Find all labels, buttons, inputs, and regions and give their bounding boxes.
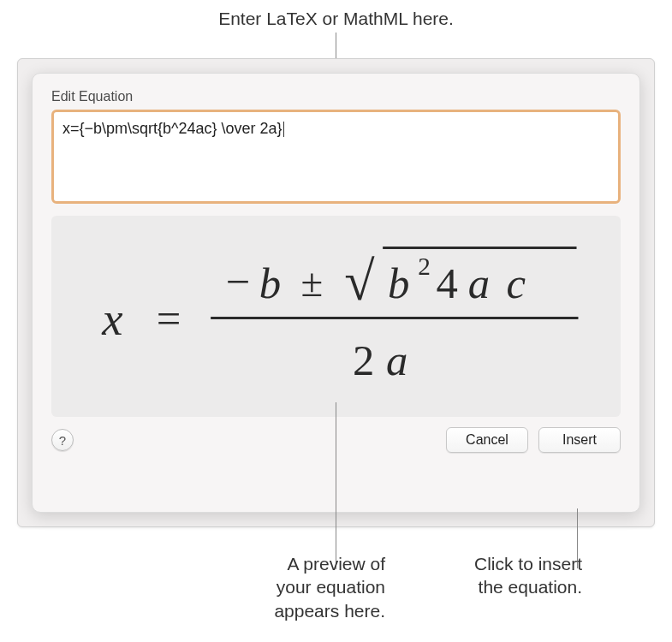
insert-button[interactable]: Insert [538, 427, 621, 453]
svg-text:a: a [468, 259, 490, 307]
svg-text:c: c [507, 259, 526, 307]
svg-text:2: 2 [418, 253, 431, 280]
svg-text:x: x [101, 293, 122, 345]
svg-text:4: 4 [437, 259, 458, 307]
svg-text:√: √ [344, 251, 375, 312]
callout-preview-label: A preview ofyour equationappears here. [197, 552, 385, 622]
leader-line-preview [336, 402, 336, 569]
dialog-title: Edit Equation [51, 89, 621, 104]
callout-insert-label: Click to insertthe equation. [402, 552, 582, 599]
help-icon: ? [59, 433, 66, 448]
svg-text:a: a [386, 336, 407, 384]
equation-input[interactable]: x={−b\pm\sqrt{b^24ac} \over 2a} [51, 110, 621, 204]
svg-text:±: ± [301, 260, 324, 305]
callout-input-label: Enter LaTeX or MathML here. [218, 9, 454, 29]
svg-text:b: b [388, 259, 409, 307]
equation-preview: x = − b ± √ b 2 4 a c 2 [51, 216, 621, 417]
equation-input-wrapper[interactable]: x={−b\pm\sqrt{b^24ac} \over 2a} [51, 110, 621, 204]
svg-text:2: 2 [353, 336, 374, 384]
button-group: Cancel Insert [446, 427, 621, 453]
help-button[interactable]: ? [51, 429, 74, 451]
svg-text:−: − [226, 258, 251, 306]
equation-preview-svg: x = − b ± √ b 2 4 a c 2 [77, 224, 595, 408]
svg-text:=: = [157, 294, 181, 342]
svg-text:b: b [259, 259, 281, 307]
cancel-button[interactable]: Cancel [446, 427, 528, 453]
